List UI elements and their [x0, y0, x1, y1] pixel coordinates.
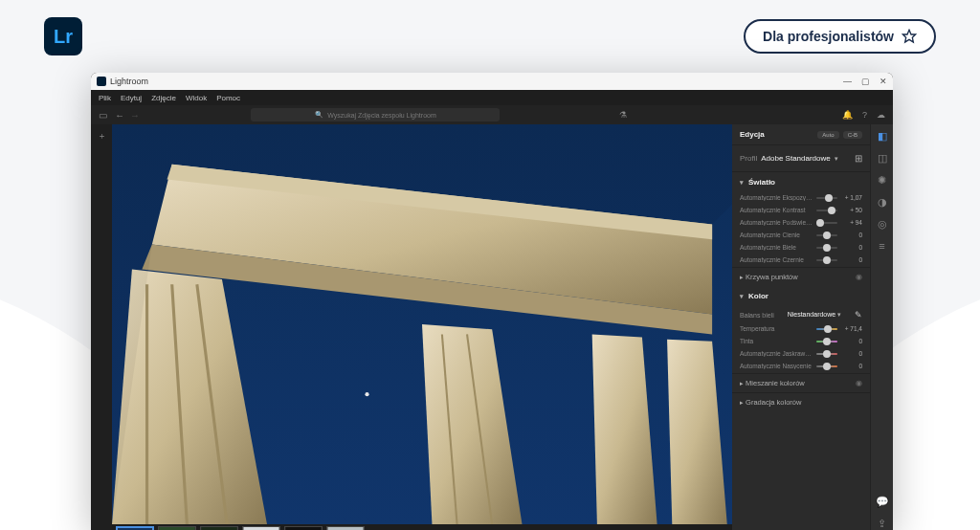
slider-temperature[interactable]: Temperatura + 71,4	[732, 323, 870, 336]
menubar: Plik Edytuj Zdjęcie Widok Pomoc	[91, 90, 893, 105]
auto-button[interactable]: Auto	[817, 131, 838, 139]
add-icon[interactable]: ＋	[98, 130, 106, 143]
thumbnail-5[interactable]	[284, 526, 323, 530]
thumbnail-4[interactable]	[242, 526, 280, 530]
window-close-button[interactable]: ✕	[880, 77, 887, 86]
chevron-right-icon: ▸	[740, 274, 744, 280]
window-maximize-button[interactable]: ▢	[861, 77, 870, 86]
search-icon: 🔍	[315, 111, 323, 119]
edit-panel: Edycja Auto C-B Profil Adobe Standardowe…	[732, 124, 870, 530]
chevron-down-icon: ▾	[837, 311, 841, 318]
notification-icon[interactable]: 🔔	[842, 110, 853, 120]
thumbnail-2[interactable]	[158, 526, 196, 530]
svg-marker-0	[902, 30, 915, 42]
edit-tool-icon[interactable]: ◧	[878, 130, 887, 143]
section-light-label: Światło	[748, 178, 775, 187]
presets-icon[interactable]: ≡	[879, 240, 884, 252]
edit-panel-header: Edycja Auto C-B	[732, 124, 870, 145]
page-header: Lr Dla profesjonalistów	[0, 0, 980, 65]
back-button[interactable]: ←	[115, 110, 124, 121]
lightroom-logo-text: Lr	[54, 26, 73, 48]
bw-button[interactable]: C-B	[843, 131, 862, 139]
my-photos-icon[interactable]: ▭	[99, 110, 107, 121]
search-placeholder: Wyszukaj Zdjęcia zespołu Lightroom	[327, 112, 436, 119]
pro-button[interactable]: Dla profesjonalistów	[744, 19, 936, 54]
chat-icon[interactable]: 💬	[876, 496, 889, 508]
share-icon[interactable]: ⇪	[878, 518, 886, 530]
white-balance-row[interactable]: Balans bieli Niestandardowe ▾ ✎	[732, 306, 870, 323]
masking-tool-icon[interactable]: ◑	[878, 196, 887, 209]
crop-tool-icon[interactable]: ◫	[878, 152, 887, 165]
star-icon	[902, 29, 917, 44]
menu-item-file[interactable]: Plik	[99, 94, 111, 102]
window-minimize-button[interactable]: —	[843, 77, 852, 86]
chevron-down-icon: ▾	[740, 179, 744, 187]
filmstrip	[112, 524, 732, 530]
app-window: Lightroom — ▢ ✕ Plik Edytuj Zdjęcie Wido…	[91, 73, 893, 530]
slider-contrast[interactable]: Automatycznie Kontrast + 50	[732, 205, 870, 217]
window-title: Lightroom	[110, 77, 148, 86]
thumbnail-6[interactable]	[326, 526, 365, 530]
section-curve[interactable]: ▸ Krzywa punktów ◉	[732, 267, 870, 286]
profile-label: Profil	[740, 154, 757, 163]
pro-button-label: Dla profesjonalistów	[763, 29, 894, 44]
menu-item-edit[interactable]: Edytuj	[121, 94, 142, 102]
chevron-down-icon: ▾	[835, 155, 838, 163]
section-color-grading[interactable]: ▸ Gradacja kolorów	[732, 392, 870, 411]
profile-row[interactable]: Profil Adobe Standardowe ▾ ⊞	[732, 145, 870, 172]
wb-value: Niestandardowe	[788, 311, 836, 318]
chevron-down-icon: ▾	[740, 293, 744, 300]
slider-vibrance[interactable]: Automatycznie Jaskrawość 0	[732, 348, 870, 361]
svg-point-3	[365, 392, 368, 396]
right-tool-rail: ◧ ◫ ✺ ◑ ◎ ≡ 💬 ⇪	[870, 124, 893, 530]
menu-item-help[interactable]: Pomoc	[216, 94, 240, 102]
menu-item-photo[interactable]: Zdjęcie	[151, 94, 176, 102]
cloud-sync-icon[interactable]: ☁	[877, 110, 885, 120]
section-light[interactable]: ▾ Światło	[732, 172, 870, 192]
slider-whites[interactable]: Automatycznie Biele 0	[732, 242, 870, 254]
redeye-tool-icon[interactable]: ◎	[878, 218, 887, 231]
profile-grid-icon[interactable]: ⊞	[855, 153, 862, 164]
toolbar: ▭ ← → 🔍 Wyszukaj Zdjęcia zespołu Lightro…	[91, 105, 893, 124]
thumbnail-1[interactable]	[116, 526, 154, 530]
left-rail: ＋	[91, 124, 112, 530]
photo-canvas[interactable]	[112, 124, 732, 524]
titlebar-app-icon	[97, 77, 106, 86]
lightroom-logo: Lr	[44, 17, 82, 55]
canvas-area	[112, 124, 732, 530]
slider-saturation[interactable]: Automatycznie Nasycenie 0	[732, 361, 870, 373]
menu-item-view[interactable]: Widok	[186, 94, 207, 102]
section-color-label: Kolor	[748, 292, 768, 300]
slider-shadows[interactable]: Automatycznie Cienie 0	[732, 230, 870, 242]
profile-value: Adobe Standardowe	[761, 154, 831, 163]
filter-icon[interactable]: ⚗	[619, 110, 627, 120]
slider-highlights[interactable]: Automatycznie Podświetlenia + 94	[732, 217, 870, 230]
titlebar: Lightroom — ▢ ✕	[91, 73, 893, 90]
slider-tint[interactable]: Tinta 0	[732, 336, 870, 348]
edit-title: Edycja	[740, 130, 765, 139]
search-input[interactable]: 🔍 Wyszukaj Zdjęcia zespołu Lightroom	[251, 108, 500, 121]
photo-image	[112, 124, 732, 524]
eye-icon[interactable]: ◉	[856, 379, 862, 387]
wb-label: Balans bieli	[740, 312, 774, 319]
thumbnail-3[interactable]	[200, 526, 238, 530]
section-color[interactable]: ▾ Kolor	[732, 286, 870, 306]
eyedropper-icon[interactable]: ✎	[855, 310, 862, 320]
chevron-right-icon: ▸	[740, 380, 744, 386]
help-icon[interactable]: ?	[862, 110, 867, 120]
slider-exposure[interactable]: Automatycznie Ekspozycja + 1,07	[732, 192, 870, 205]
eye-icon[interactable]: ◉	[856, 273, 862, 281]
workspace: ＋	[91, 124, 893, 530]
chevron-right-icon: ▸	[740, 399, 744, 406]
healing-tool-icon[interactable]: ✺	[878, 174, 886, 187]
forward-button[interactable]: →	[130, 110, 140, 121]
slider-blacks[interactable]: Automatycznie Czernie 0	[732, 254, 870, 267]
section-color-mixer[interactable]: ▸ Mieszanie kolorów ◉	[732, 373, 870, 392]
